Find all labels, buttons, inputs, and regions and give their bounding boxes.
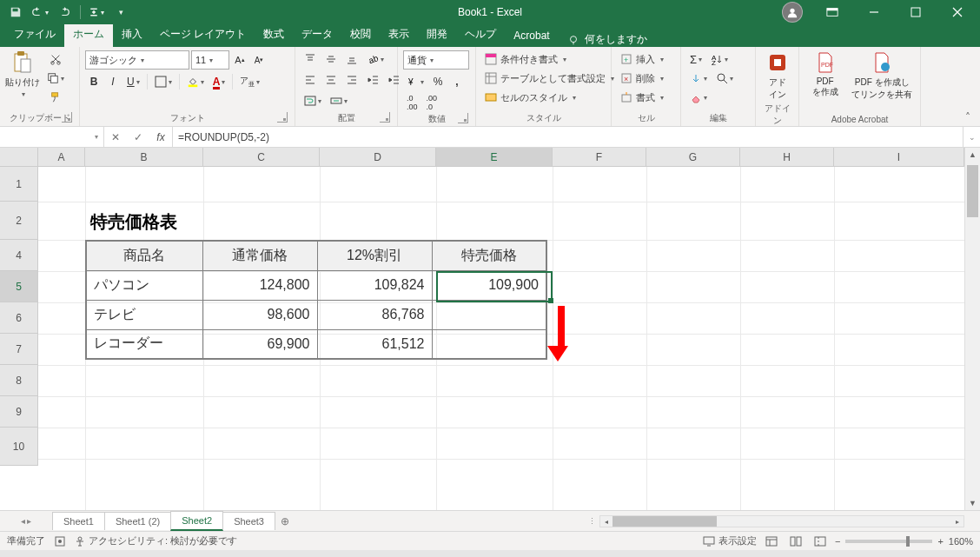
cut-icon[interactable] <box>43 50 68 68</box>
increase-decimal-icon[interactable]: .0.00 <box>403 94 421 111</box>
row-header-7[interactable]: 7 <box>0 334 37 365</box>
paste-button[interactable]: 貼り付け ▾ <box>5 50 40 98</box>
addin-button[interactable]: アド イン <box>761 50 793 101</box>
wrap-text-icon[interactable]: ▾ <box>301 92 325 109</box>
select-all-corner[interactable] <box>0 148 38 167</box>
vertical-scrollbar[interactable]: ▲ ▼ <box>964 148 980 510</box>
accessibility-status[interactable]: アクセシビリティ: 検討が必要です <box>75 534 237 547</box>
worksheet-grid[interactable]: A B C D E F G H I 1 2 4 5 6 7 8 9 10 <box>0 148 980 510</box>
conditional-formatting-button[interactable]: 条件付き書式▾ <box>481 50 570 68</box>
number-dialog-launcher[interactable] <box>458 113 468 123</box>
align-bottom-icon[interactable] <box>342 50 361 68</box>
format-painter-icon[interactable] <box>43 89 68 106</box>
row-header-2[interactable]: 2 <box>0 202 37 240</box>
clipboard-dialog-launcher[interactable] <box>62 112 72 123</box>
insert-cells-button[interactable]: +挿入▾ <box>617 50 667 68</box>
cell-D5[interactable]: 109,824 <box>317 270 432 300</box>
cell-C6[interactable]: 98,600 <box>202 300 317 329</box>
zoom-in-button[interactable]: + <box>937 536 943 547</box>
maximize-button[interactable] <box>897 0 935 24</box>
cell-B5[interactable]: パソコン <box>86 270 202 300</box>
col-header-D[interactable]: D <box>320 148 436 166</box>
qat-customize-icon[interactable]: ▾ <box>86 2 107 23</box>
delete-cells-button[interactable]: ×削除▾ <box>617 70 667 87</box>
find-select-icon[interactable]: ▾ <box>712 70 737 87</box>
col-header-E[interactable]: E <box>436 148 553 166</box>
tab-formulas[interactable]: 数式 <box>255 23 293 47</box>
close-button[interactable] <box>938 0 977 24</box>
horizontal-scrollbar[interactable]: ◂ ▸ <box>599 515 964 527</box>
font-dialog-launcher[interactable] <box>277 112 288 123</box>
name-box[interactable]: ▾ <box>0 127 104 147</box>
save-icon[interactable] <box>5 2 26 23</box>
number-format-combo[interactable]: 通貨▾ <box>403 50 469 70</box>
cell-B7[interactable]: レコーダー <box>86 329 202 359</box>
expand-formula-bar-icon[interactable]: ⌄ <box>963 127 980 147</box>
cell-D7[interactable]: 61,512 <box>317 329 432 359</box>
new-sheet-button[interactable]: ⊕ <box>275 515 295 527</box>
scroll-left-icon[interactable]: ◂ <box>600 516 612 528</box>
tab-view[interactable]: 表示 <box>380 23 418 47</box>
cell-E5[interactable]: 109,900 <box>432 270 546 300</box>
clear-icon[interactable]: ▾ <box>686 89 711 106</box>
row-header-5[interactable]: 5 <box>0 271 37 302</box>
accounting-format-icon[interactable]: ¥▾ <box>403 73 427 90</box>
format-cells-button[interactable]: 書式▾ <box>617 89 667 106</box>
insert-function-icon[interactable]: fx <box>149 131 172 143</box>
autosum-icon[interactable]: Σ▾ <box>686 50 705 68</box>
copy-icon[interactable]: ▾ <box>43 70 68 87</box>
col-header-C[interactable]: C <box>203 148 320 166</box>
user-avatar[interactable] <box>782 2 803 23</box>
orientation-icon[interactable]: ab▾ <box>363 50 387 68</box>
cells-area[interactable]: 特売価格表 商品名 通常価格 12%割引 特売価格 パソコン 124,800 1… <box>38 167 964 510</box>
cell-E7[interactable] <box>432 329 546 359</box>
zoom-slider[interactable] <box>845 540 932 543</box>
row-header-1[interactable]: 1 <box>0 167 37 202</box>
scroll-down-icon[interactable]: ▼ <box>965 496 980 510</box>
normal-view-icon[interactable] <box>762 534 781 549</box>
tell-me-search[interactable]: 何をしますか <box>567 32 647 47</box>
tab-review[interactable]: 校閲 <box>341 23 380 47</box>
enter-formula-icon[interactable]: ✓ <box>127 131 149 143</box>
redo-icon[interactable] <box>54 2 75 23</box>
merge-center-icon[interactable]: ▾ <box>327 92 351 109</box>
pdf-share-button[interactable]: PDF を作成し てリンクを共有 <box>849 50 915 101</box>
sheet-tab-1[interactable]: Sheet1 <box>52 512 105 530</box>
row-header-8[interactable]: 8 <box>0 365 37 396</box>
pdf-create-button[interactable]: PDF PDF を作成 <box>805 50 845 98</box>
sheet-tab-2[interactable]: Sheet1 (2) <box>104 512 171 530</box>
cell-styles-button[interactable]: セルのスタイル▾ <box>481 89 579 106</box>
italic-button[interactable]: I <box>104 73 122 90</box>
cell-B6[interactable]: テレビ <box>86 300 202 329</box>
tab-developer[interactable]: 開発 <box>418 23 456 47</box>
sheet-tab-4[interactable]: Sheet3 <box>222 512 275 530</box>
qat-more-icon[interactable]: ▾ <box>110 2 131 23</box>
page-layout-view-icon[interactable] <box>786 534 805 549</box>
fill-color-button[interactable]: ▾ <box>183 73 208 90</box>
font-color-button[interactable]: A▾ <box>209 73 229 90</box>
zoom-out-button[interactable]: − <box>835 536 840 547</box>
bold-button[interactable]: B <box>85 73 103 90</box>
col-header-F[interactable]: F <box>553 148 646 166</box>
format-as-table-button[interactable]: テーブルとして書式設定▾ <box>481 70 618 87</box>
align-center-icon[interactable] <box>321 71 341 89</box>
phonetic-button[interactable]: ア亜▾ <box>236 73 263 90</box>
tab-home[interactable]: ホーム <box>64 23 113 47</box>
zoom-level[interactable]: 160% <box>949 536 973 547</box>
alignment-dialog-launcher[interactable] <box>380 112 390 123</box>
cell-D6[interactable]: 86,768 <box>317 300 432 329</box>
border-button[interactable]: ▾ <box>151 73 175 90</box>
align-top-icon[interactable] <box>301 50 320 68</box>
cancel-formula-icon[interactable]: ✕ <box>104 131 127 143</box>
hscroll-split-icon[interactable]: ⋮ <box>588 517 596 526</box>
col-header-A[interactable]: A <box>38 148 85 166</box>
sheet-tab-3[interactable]: Sheet2 <box>170 511 223 531</box>
decrease-indent-icon[interactable] <box>363 71 382 89</box>
align-left-icon[interactable] <box>301 71 320 89</box>
ribbon-display-options-icon[interactable] <box>813 0 851 24</box>
cell-C7[interactable]: 69,900 <box>202 329 317 359</box>
tab-data[interactable]: データ <box>293 23 341 47</box>
tab-page-layout[interactable]: ページ レイアウト <box>151 23 255 47</box>
display-settings-button[interactable]: 表示設定 <box>703 534 757 547</box>
comma-format-icon[interactable]: , <box>448 73 466 90</box>
